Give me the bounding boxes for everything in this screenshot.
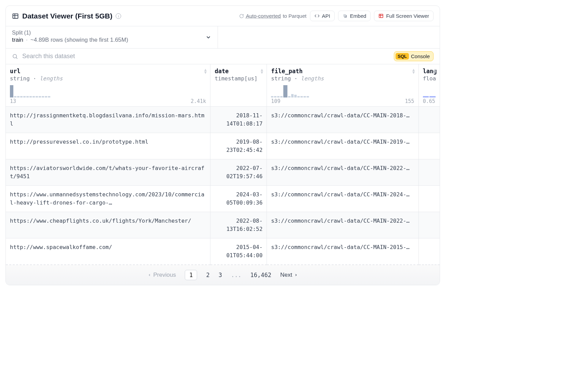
cell-filepath: s3://commoncrawl/crawl-data/CC-MAIN-2018…: [267, 107, 418, 133]
table-row[interactable]: http://jrassignmentketq.blogdasilvana.in…: [6, 107, 440, 133]
page-16,462[interactable]: 16,462: [250, 272, 271, 278]
column-header-lang[interactable]: langfloa▲▼0.65: [418, 64, 440, 107]
svg-rect-4: [343, 14, 346, 17]
table-row[interactable]: https://www.cheapflights.co.uk/flights/Y…: [6, 212, 440, 238]
cell-url: https://www.unmannedsystemstechnology.co…: [6, 186, 210, 212]
split-row: Split (1) train · ~4.89B rows (showing t…: [6, 26, 440, 49]
search-icon: [12, 53, 18, 60]
col-type: string · lengths: [10, 75, 206, 82]
next-button[interactable]: Next: [280, 272, 298, 278]
cell-date: 2022-07- 02T19:57:46: [210, 159, 267, 186]
split-separator: ·: [26, 37, 28, 43]
split-name: train: [12, 37, 23, 43]
histogram-labels: 109155: [271, 98, 414, 104]
header: Dataset Viewer (First 5GB) i Auto-conver…: [6, 6, 440, 26]
cell-date: 2024-03- 05T00:09:36: [210, 186, 267, 212]
histogram: [423, 85, 436, 97]
cell-filepath: s3://commoncrawl/crawl-data/CC-MAIN-2015…: [267, 238, 418, 265]
cell-lang: [418, 133, 440, 159]
page-ellipsis: ...: [231, 272, 242, 278]
table-body: http://jrassignmentketq.blogdasilvana.in…: [6, 107, 440, 265]
copy-icon: [343, 13, 348, 18]
sql-console-button[interactable]: SQL Console: [394, 51, 434, 61]
cell-lang: [418, 212, 440, 238]
split-detail: train · ~4.89B rows (showing the first 1…: [12, 37, 211, 43]
search-row: SQL Console: [6, 49, 440, 64]
histogram-labels: 0.65: [423, 98, 436, 104]
svg-rect-0: [13, 14, 18, 18]
sort-icon[interactable]: ▲▼: [204, 68, 208, 74]
cell-filepath: s3://commoncrawl/crawl-data/CC-MAIN-2022…: [267, 212, 418, 238]
table-grid-icon: [378, 13, 384, 18]
cell-filepath: s3://commoncrawl/crawl-data/CC-MAIN-2022…: [267, 159, 418, 186]
split-label: Split (1): [12, 30, 211, 36]
col-name: date: [215, 68, 262, 75]
cell-date: 2015-04- 01T05:44:00: [210, 238, 267, 265]
chevron-left-icon: [148, 273, 151, 277]
cell-url: https://www.cheapflights.co.uk/flights/Y…: [6, 212, 210, 238]
embed-label: Embed: [350, 13, 366, 19]
api-label: API: [322, 13, 330, 19]
cell-filepath: s3://commoncrawl/crawl-data/CC-MAIN-2019…: [267, 133, 418, 159]
cell-date: 2019-08- 23T02:45:42: [210, 133, 267, 159]
api-button[interactable]: API: [310, 11, 335, 21]
column-header-date[interactable]: datetimestamp[us]▲▼: [210, 64, 267, 107]
cell-date: 2018-11- 14T01:08:17: [210, 107, 267, 133]
histogram: [10, 85, 206, 97]
column-header-url[interactable]: urlstring · lengths▲▼132.41k: [6, 64, 210, 107]
chevron-down-icon: [205, 34, 211, 40]
split-empty: [218, 26, 440, 48]
cell-url: http://www.spacewalkoffame.com/: [6, 238, 210, 265]
page-1[interactable]: 1: [185, 270, 197, 280]
split-selector[interactable]: Split (1) train · ~4.89B rows (showing t…: [6, 26, 218, 48]
table-row[interactable]: http://www.spacewalkoffame.com/2015-04- …: [6, 238, 440, 265]
cell-url: http://pressurevessel.co.in/prototype.ht…: [6, 133, 210, 159]
fullscreen-button[interactable]: Full Screen Viewer: [374, 11, 434, 21]
histogram: [271, 85, 414, 97]
console-label: Console: [411, 53, 430, 59]
col-type: string · lengths: [271, 75, 414, 82]
table-row[interactable]: https://aviatorsworldwide.com/t/whats-yo…: [6, 159, 440, 186]
dataset-viewer: Dataset Viewer (First 5GB) i Auto-conver…: [5, 5, 440, 285]
auto-convert-note: Auto-converted to Parquet: [239, 13, 307, 19]
sort-icon[interactable]: ▲▼: [433, 68, 437, 74]
col-type: floa: [423, 75, 436, 82]
cell-lang: [418, 186, 440, 212]
svg-point-8: [13, 54, 17, 58]
fullscreen-label: Full Screen Viewer: [386, 13, 429, 19]
header-row: urlstring · lengths▲▼132.41kdatetimestam…: [6, 64, 440, 107]
col-type: timestamp[us]: [215, 75, 262, 82]
page-2[interactable]: 2: [206, 272, 209, 278]
embed-button[interactable]: Embed: [338, 11, 371, 21]
histogram-labels: 132.41k: [10, 98, 206, 104]
auto-convert-link[interactable]: Auto-converted: [246, 13, 281, 19]
cell-url: http://jrassignmentketq.blogdasilvana.in…: [6, 107, 210, 133]
col-name: url: [10, 68, 206, 75]
page-3[interactable]: 3: [219, 272, 222, 278]
page-title: Dataset Viewer (First 5GB): [22, 12, 112, 20]
pagination: Previous 123...16,462 Next: [6, 265, 440, 285]
column-header-file_path[interactable]: file_pathstring · lengths▲▼109155: [267, 64, 418, 107]
sql-badge: SQL: [396, 53, 409, 60]
prev-button[interactable]: Previous: [148, 272, 176, 278]
page-numbers: 123...16,462: [185, 270, 271, 280]
table-row[interactable]: http://pressurevessel.co.in/prototype.ht…: [6, 133, 440, 159]
cell-url: https://aviatorsworldwide.com/t/whats-yo…: [6, 159, 210, 186]
cell-lang: [418, 107, 440, 133]
chevron-right-icon: [294, 273, 298, 277]
col-name: file_path: [271, 68, 414, 75]
prev-label: Previous: [153, 272, 176, 278]
info-icon[interactable]: i: [116, 13, 121, 19]
code-icon: [314, 13, 320, 18]
next-label: Next: [280, 272, 292, 278]
refresh-icon: [239, 14, 244, 18]
svg-line-9: [16, 57, 17, 59]
header-left: Dataset Viewer (First 5GB) i: [12, 12, 121, 20]
header-right: Auto-converted to Parquet API Embed: [239, 11, 434, 21]
split-count: ~4.89B rows (showing the first 1.65M): [30, 37, 128, 43]
sort-icon[interactable]: ▲▼: [260, 68, 264, 74]
sort-icon[interactable]: ▲▼: [412, 68, 416, 74]
search-input[interactable]: [22, 53, 390, 60]
table-row[interactable]: https://www.unmannedsystemstechnology.co…: [6, 186, 440, 212]
table-wrap: urlstring · lengths▲▼132.41kdatetimestam…: [6, 64, 440, 265]
